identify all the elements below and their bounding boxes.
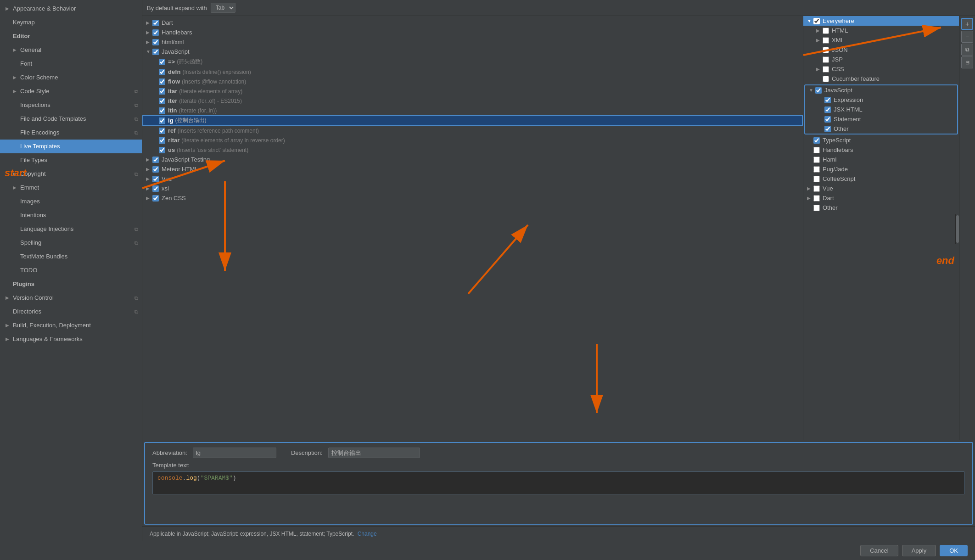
sidebar-item-file-templates[interactable]: File and Code Templates ⧉ (0, 112, 142, 126)
sidebar-item-directories[interactable]: Directories ⧉ (0, 305, 142, 319)
ctx-html[interactable]: ▶ HTML (803, 26, 959, 35)
ctx-jsx-html[interactable]: JSX HTML (805, 105, 957, 114)
item-checkbox[interactable] (159, 59, 165, 65)
item-checkbox[interactable] (159, 147, 165, 153)
sidebar-item-todo[interactable]: TODO (0, 263, 142, 277)
ctx-everywhere[interactable]: ▼ Everywhere (803, 16, 959, 26)
item-checkbox[interactable] (159, 137, 165, 144)
apply-button[interactable]: Apply (902, 545, 936, 556)
template-item-itin[interactable]: itin (Iterate (for..in)) (142, 106, 803, 115)
copy-button[interactable]: ⧉ (961, 44, 973, 56)
group-handlebars[interactable]: ▶ Handlebars (142, 28, 803, 37)
ctx-checkbox-typescript[interactable] (813, 137, 820, 144)
item-checkbox[interactable] (159, 69, 165, 75)
group-checkbox-zen-css[interactable] (152, 195, 159, 202)
group-vue[interactable]: ▶ Vue (142, 174, 803, 184)
ctx-other-js[interactable]: Other (805, 124, 957, 134)
ctx-vue[interactable]: ▶ Vue (803, 184, 959, 193)
template-item-flow[interactable]: flow (Inserts @flow annotation) (142, 77, 803, 86)
sidebar-item-textmate[interactable]: TextMate Bundles (0, 250, 142, 263)
sidebar-item-images[interactable]: Images (0, 195, 142, 208)
item-checkbox[interactable] (159, 98, 165, 104)
sidebar-item-general[interactable]: ▶ General (0, 43, 142, 57)
template-text-editor[interactable]: console.log("$PARAM$") (152, 471, 965, 494)
sidebar-item-live-templates[interactable]: Live Templates (0, 140, 142, 153)
expand-button[interactable]: ⊟ (961, 56, 973, 68)
ctx-expression[interactable]: Expression (805, 95, 957, 105)
ctx-checkbox-css[interactable] (823, 66, 829, 73)
item-checkbox[interactable] (159, 128, 165, 134)
group-js-testing[interactable]: ▶ JavaScript Testing (142, 155, 803, 164)
ctx-pug[interactable]: Pug/Jade (803, 164, 959, 174)
group-checkbox-vue[interactable] (152, 176, 159, 182)
group-checkbox-dart[interactable] (152, 20, 159, 26)
add-button[interactable]: + (961, 18, 973, 30)
template-item-defn[interactable]: defn (Inserts define() expression) (142, 67, 803, 77)
ctx-checkbox-other[interactable] (813, 205, 820, 211)
ctx-checkbox-xml[interactable] (823, 37, 829, 44)
item-checkbox[interactable] (159, 78, 165, 85)
ctx-checkbox-statement[interactable] (824, 116, 831, 123)
change-link[interactable]: Change (358, 531, 377, 537)
ctx-checkbox-javascript[interactable] (815, 87, 822, 94)
sidebar-item-editor[interactable]: Editor (0, 29, 142, 43)
sidebar-item-intentions[interactable]: Intentions (0, 208, 142, 222)
template-item-iter[interactable]: iter (Iterate (for..of) - ES2015) (142, 96, 803, 106)
ctx-other[interactable]: Other (803, 203, 959, 213)
sidebar-item-languages[interactable]: ▶ Languages & Frameworks (0, 332, 142, 346)
group-xsl[interactable]: ▶ xsl (142, 184, 803, 193)
ctx-checkbox-html[interactable] (823, 28, 829, 34)
abbreviation-input[interactable] (193, 448, 276, 458)
group-zen-css[interactable]: ▶ Zen CSS (142, 193, 803, 203)
ctx-xml[interactable]: ▶ XML (803, 35, 959, 45)
group-checkbox-xsl[interactable] (152, 185, 159, 192)
group-checkbox-javascript[interactable] (152, 49, 159, 55)
sidebar-item-inspections[interactable]: Inspections ⧉ (0, 98, 142, 112)
ctx-cucumber[interactable]: Cucumber feature (803, 74, 959, 84)
ctx-javascript[interactable]: ▼ JavaScript (805, 85, 957, 95)
ctx-checkbox-cucumber[interactable] (823, 76, 829, 82)
sidebar-item-file-encodings[interactable]: File Encodings ⧉ (0, 126, 142, 140)
group-checkbox-js-testing[interactable] (152, 157, 159, 163)
sidebar-item-font[interactable]: Font (0, 57, 142, 71)
sidebar-item-keymap[interactable]: Keymap (0, 16, 142, 29)
template-item-itar[interactable]: itar (Iterate elements of array) (142, 86, 803, 96)
group-javascript[interactable]: ▼ JavaScript (142, 47, 803, 56)
sidebar-item-file-types[interactable]: File Types (0, 153, 142, 167)
sidebar-item-code-style[interactable]: ▶ Code Style ⧉ (0, 84, 142, 98)
item-checkbox[interactable] (159, 107, 165, 114)
expand-select[interactable]: Tab (211, 3, 235, 13)
ctx-dart[interactable]: ▶ Dart (803, 193, 959, 203)
ctx-checkbox-handlebars[interactable] (813, 147, 820, 153)
item-checkbox[interactable] (159, 118, 165, 124)
cancel-button[interactable]: Cancel (860, 545, 898, 556)
template-item-lg[interactable]: lg (控制台输出) (142, 115, 803, 126)
ctx-json[interactable]: JSON (803, 45, 959, 55)
ctx-checkbox-other-js[interactable] (824, 126, 831, 132)
description-input[interactable] (328, 448, 420, 458)
ctx-handlebars[interactable]: Handlebars (803, 145, 959, 155)
ctx-checkbox-everywhere[interactable] (813, 18, 820, 24)
ctx-checkbox-coffeescript[interactable] (813, 176, 820, 182)
sidebar-item-plugins[interactable]: Plugins (0, 277, 142, 291)
sidebar-item-language-injections[interactable]: Language Injections ⧉ (0, 222, 142, 236)
ctx-haml[interactable]: Haml (803, 155, 959, 164)
ctx-checkbox-jsx-html[interactable] (824, 106, 831, 113)
ctx-coffeescript[interactable]: CoffeeScript (803, 174, 959, 184)
sidebar-item-version-control[interactable]: ▶ Version Control ⧉ (0, 291, 142, 305)
template-item-arrow[interactable]: => (箭头函数) (142, 56, 803, 67)
ctx-checkbox-json[interactable] (823, 47, 829, 53)
group-meteor-html[interactable]: ▶ Meteor HTML (142, 164, 803, 174)
group-checkbox-html-xml[interactable] (152, 39, 159, 45)
ctx-jsp[interactable]: JSP (803, 55, 959, 64)
sidebar-item-spelling[interactable]: Spelling ⧉ (0, 236, 142, 250)
ctx-checkbox-vue[interactable] (813, 185, 820, 192)
group-checkbox-handlebars[interactable] (152, 29, 159, 36)
sidebar-item-emmet[interactable]: ▶ Emmet (0, 181, 142, 195)
ctx-css[interactable]: ▶ CSS (803, 64, 959, 74)
ctx-checkbox-pug[interactable] (813, 166, 820, 173)
ctx-statement[interactable]: Statement (805, 114, 957, 124)
sidebar-item-color-scheme[interactable]: ▶ Color Scheme (0, 71, 142, 84)
ctx-checkbox-jsp[interactable] (823, 56, 829, 63)
group-html-xml[interactable]: ▶ html/xml (142, 37, 803, 47)
